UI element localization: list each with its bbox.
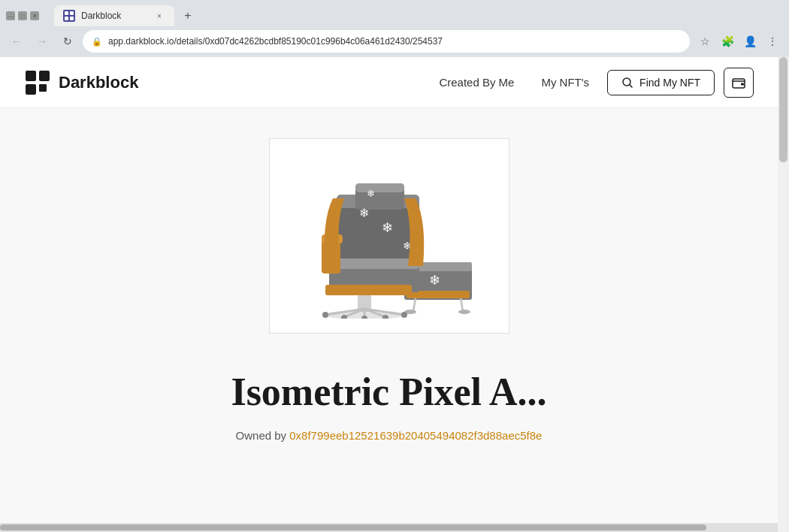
- new-tab-button[interactable]: +: [177, 5, 198, 26]
- address-bar-row: ← → ↻ 🔒 app.darkblock.io/details/0xd07dc…: [0, 27, 789, 57]
- nav-my-nfts[interactable]: My NFT's: [541, 76, 589, 89]
- svg-text:❄: ❄: [428, 273, 440, 288]
- svg-rect-3: [70, 17, 74, 20]
- owned-by-label: Owned by: [236, 429, 287, 442]
- search-icon: [621, 77, 633, 89]
- nft-image: ❄ ❄ ❄ ❄ ❄: [284, 153, 494, 319]
- svg-rect-5: [39, 71, 50, 81]
- nft-title: Isometric Pixel A...: [231, 370, 546, 414]
- logo-text: Darkblock: [59, 73, 138, 92]
- app-navbar: Darkblock Created By Me My NFT's Find My…: [0, 57, 778, 108]
- page-wrapper: Darkblock Created By Me My NFT's Find My…: [0, 57, 789, 532]
- tab-title: Darkblock: [81, 11, 147, 21]
- main-content: ❄ ❄ ❄ ❄ ❄: [0, 108, 778, 523]
- maximize-button[interactable]: □: [18, 11, 27, 20]
- owner-address[interactable]: 0x8f799eeb12521639b20405494082f3d88aec5f…: [289, 429, 542, 442]
- wallet-button[interactable]: [724, 68, 754, 98]
- svg-rect-23: [355, 183, 404, 192]
- vertical-scrollbar[interactable]: [778, 57, 789, 532]
- back-button[interactable]: ←: [6, 31, 27, 52]
- wallet-icon: [731, 75, 746, 90]
- svg-text:❄: ❄: [367, 188, 375, 199]
- svg-point-40: [322, 312, 328, 318]
- vertical-scrollbar-thumb[interactable]: [779, 57, 787, 162]
- tab-bar: Darkblock × +: [48, 5, 204, 26]
- active-tab[interactable]: Darkblock ×: [54, 5, 174, 26]
- logo-icon: [24, 69, 51, 96]
- svg-line-15: [413, 298, 416, 311]
- horizontal-scrollbar-thumb[interactable]: [0, 524, 706, 530]
- window-controls: — □ ✕: [6, 11, 39, 20]
- extensions-button[interactable]: 🧩: [717, 31, 738, 52]
- svg-line-9: [630, 85, 632, 87]
- svg-rect-0: [65, 11, 68, 15]
- svg-rect-6: [26, 84, 36, 95]
- title-bar: — □ ✕ Darkblock × +: [0, 0, 789, 27]
- tab-favicon: [63, 10, 75, 22]
- nav-links: Created By Me My NFT's: [439, 76, 589, 89]
- forward-button[interactable]: →: [32, 31, 53, 52]
- svg-point-18: [458, 310, 470, 314]
- svg-rect-2: [65, 17, 68, 20]
- nav-created-by-me[interactable]: Created By Me: [439, 76, 514, 89]
- svg-text:❄: ❄: [359, 207, 369, 219]
- reload-button[interactable]: ↻: [57, 31, 78, 52]
- find-nft-button[interactable]: Find My NFT: [607, 70, 715, 95]
- horizontal-scrollbar[interactable]: [0, 523, 778, 532]
- lock-icon: 🔒: [92, 37, 102, 47]
- svg-rect-1: [70, 11, 74, 15]
- svg-rect-29: [329, 258, 419, 269]
- svg-rect-11: [741, 83, 744, 85]
- svg-point-41: [401, 312, 407, 318]
- minimize-button[interactable]: —: [6, 11, 15, 20]
- svg-rect-32: [325, 285, 412, 295]
- address-bar[interactable]: 🔒 app.darkblock.io/details/0xd07dc4262bc…: [83, 30, 690, 53]
- profile-button[interactable]: 👤: [739, 31, 760, 52]
- menu-button[interactable]: ⋮: [762, 31, 783, 52]
- close-window-button[interactable]: ✕: [30, 11, 39, 20]
- owned-by-text: Owned by 0x8f799eeb12521639b20405494082f…: [236, 429, 543, 442]
- nft-image-container: ❄ ❄ ❄ ❄ ❄: [269, 138, 509, 334]
- page-scroll-area[interactable]: Darkblock Created By Me My NFT's Find My…: [0, 57, 778, 532]
- svg-rect-7: [39, 84, 47, 92]
- browser-chrome: — □ ✕ Darkblock × + ← →: [0, 0, 789, 57]
- find-nft-label: Find My NFT: [639, 77, 700, 89]
- svg-text:❄: ❄: [382, 220, 393, 235]
- bookmark-button[interactable]: ☆: [694, 31, 715, 52]
- browser-toolbar-icons: ☆ 🧩 👤 ⋮: [694, 31, 783, 52]
- url-text: app.darkblock.io/details/0xd07dc4262bcdb…: [108, 36, 681, 47]
- svg-rect-4: [26, 71, 36, 81]
- tab-close-button[interactable]: ×: [153, 10, 165, 22]
- svg-line-16: [461, 298, 463, 311]
- app-logo[interactable]: Darkblock: [24, 69, 138, 96]
